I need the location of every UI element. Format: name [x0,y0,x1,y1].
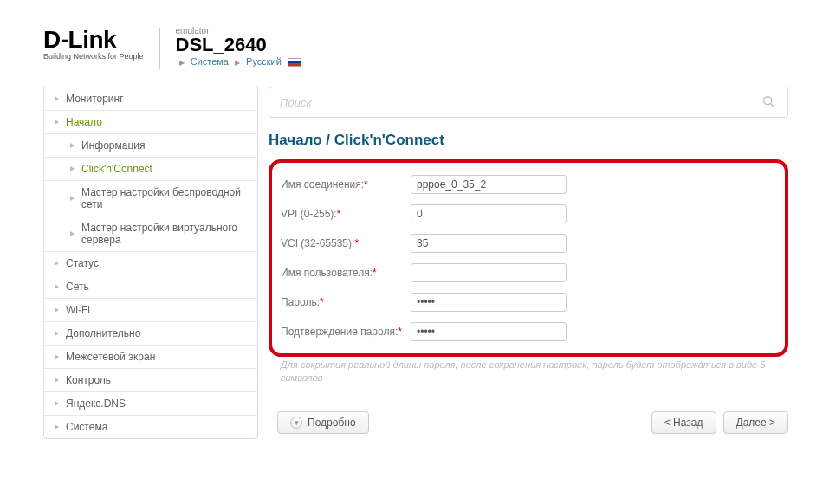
sidebar-item-10[interactable]: Межсетевой экран [44,346,257,369]
search-bar [269,87,788,118]
chevron-right-icon [70,196,75,201]
password-confirm-label: Подтверждение пароля:* [281,326,411,338]
chevron-right-icon [70,231,75,236]
back-button[interactable]: < Назад [651,411,716,434]
connection-form: Имя соединения:* VPI (0-255):* VCI (32-6… [269,159,788,357]
vci-label: VCI (32-65535):* [281,237,411,249]
vci-input[interactable] [411,234,567,253]
sidebar-item-9[interactable]: Дополнительно [44,322,257,346]
breadcrumb-system[interactable]: Система [191,56,229,67]
sidebar-item-label: Статус [66,257,99,269]
sidebar-item-label: Мониторинг [66,93,124,105]
sidebar-item-13[interactable]: Система [44,416,257,438]
sidebar-item-label: Система [66,421,107,433]
russia-flag-icon [288,58,301,67]
chevron-right-icon [55,331,59,336]
brand-tagline: Building Networks for People [43,52,144,61]
chevron-right-icon [55,96,59,101]
sidebar-item-label: Wi-Fi [66,304,90,316]
sidebar-item-label: Информация [81,139,145,152]
brand-logo: D-Link [43,26,144,54]
chevron-right-icon: ▶ [179,59,185,67]
chevron-right-icon [55,401,59,406]
vpi-input[interactable] [411,204,567,223]
sidebar-item-2[interactable]: Информация [44,134,257,158]
sidebar-item-11[interactable]: Контроль [44,369,257,392]
sidebar-item-label: Сеть [66,281,89,293]
sidebar: МониторингНачалоИнформацияClick'n'Connec… [43,87,258,439]
breadcrumb-language[interactable]: Русский [246,56,282,67]
title-block: emulator DSL_2640 ▶ Система ▶ Русский [176,26,301,67]
chevron-right-icon [70,143,75,148]
details-icon: ▾ [290,417,302,429]
password-input[interactable] [411,293,567,312]
next-button[interactable]: Далее > [723,411,789,434]
sidebar-item-4[interactable]: Мастер настройки беспроводной сети [44,181,257,216]
sidebar-item-label: Click'n'Connect [81,163,152,175]
password-hint: Для сокрытия реальной длины пароля, посл… [281,359,788,385]
search-icon[interactable] [761,94,777,110]
username-input[interactable] [411,263,567,282]
chevron-right-icon [55,424,59,430]
sidebar-item-6[interactable]: Статус [44,252,257,275]
sidebar-item-12[interactable]: Яндекс.DNS [44,392,257,416]
sidebar-item-label: Дополнительно [66,327,140,339]
footer-buttons: ▾ Подробно < Назад Далее > [269,411,788,434]
sidebar-item-3[interactable]: Click'n'Connect [44,158,257,181]
vpi-label: VPI (0-255):* [281,208,411,220]
conn-name-label: Имя соединения:* [281,178,411,191]
chevron-right-icon: ▶ [235,59,240,67]
chevron-right-icon [55,354,59,359]
header-divider [159,28,160,69]
header: D-Link Building Networks for People emul… [43,26,788,69]
sidebar-item-label: Контроль [66,374,111,386]
logo-block: D-Link Building Networks for People [43,26,144,61]
sidebar-item-7[interactable]: Сеть [44,275,257,299]
device-model: DSL_2640 [176,34,301,56]
sidebar-item-label: Яндекс.DNS [66,397,126,410]
username-label: Имя пользователя:* [281,267,411,279]
search-input[interactable] [280,96,777,109]
sidebar-item-8[interactable]: Wi-Fi [44,299,257,322]
top-breadcrumb: ▶ Система ▶ Русский [176,56,301,67]
password-confirm-input[interactable] [411,322,567,341]
chevron-right-icon [55,378,59,383]
sidebar-item-1[interactable]: Начало [44,111,257,134]
main-content: Начало / Click'n'Connect Имя соединения:… [269,87,788,439]
sidebar-item-label: Межсетевой экран [66,351,155,363]
chevron-right-icon [55,307,59,313]
sidebar-item-label: Начало [66,116,102,128]
chevron-right-icon [55,120,59,125]
details-button[interactable]: ▾ Подробно [277,411,369,434]
sidebar-item-5[interactable]: Мастер настройки виртуального сервера [44,216,257,252]
page-title: Начало / Click'n'Connect [269,132,788,149]
chevron-right-icon [55,284,59,289]
svg-point-0 [764,97,772,105]
sidebar-item-label: Мастер настройки беспроводной сети [81,186,247,210]
svg-line-1 [771,104,775,108]
conn-name-input[interactable] [411,175,567,194]
sidebar-item-0[interactable]: Мониторинг [44,87,257,111]
sidebar-item-label: Мастер настройки виртуального сервера [81,222,247,246]
password-label: Пароль:* [281,296,411,308]
chevron-right-icon [70,166,75,171]
chevron-right-icon [55,261,59,266]
